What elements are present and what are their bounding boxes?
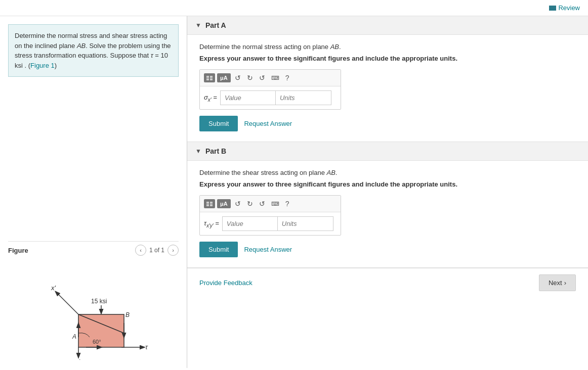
part-b-units-input[interactable] xyxy=(278,216,333,231)
part-a-instruction: Express your answer to three significant… xyxy=(199,55,576,62)
part-a-value-units-row: σx′ = xyxy=(200,86,341,109)
part-b-toolbar: μA ↺ ↻ ↺ ⌨ ? xyxy=(200,196,341,212)
part-a-description: Determine the normal stress acting on pl… xyxy=(199,43,576,51)
part-b-request-link[interactable]: Request Answer xyxy=(244,246,292,253)
figure-link[interactable]: Figure 1 xyxy=(30,62,55,69)
part-a-mu-button[interactable]: μA xyxy=(217,73,231,82)
part-b-header: ▼ Part B xyxy=(187,142,588,161)
part-b-input-area: μA ↺ ↻ ↺ ⌨ ? τx′y′ = xyxy=(199,195,341,236)
part-b-matrix-button[interactable] xyxy=(204,199,215,208)
review-label: Review xyxy=(558,4,580,12)
svg-text:A: A xyxy=(72,333,76,340)
part-a-matrix-button[interactable] xyxy=(204,73,215,82)
part-b-collapse-arrow[interactable]: ▼ xyxy=(195,148,201,155)
part-a-units-input[interactable] xyxy=(276,90,331,105)
svg-rect-8 xyxy=(78,314,124,347)
part-b-eq-label: τx′y′ = xyxy=(204,219,219,228)
part-a-redo-button[interactable]: ↻ xyxy=(245,73,255,83)
next-label: Next xyxy=(549,279,562,287)
main-layout: Determine the normal stress and shear st… xyxy=(0,16,588,368)
top-bar: Review xyxy=(0,0,588,16)
left-panel: Determine the normal stress and shear st… xyxy=(0,16,187,368)
figure-page-info: 1 of 1 xyxy=(149,247,164,254)
svg-text:x': x' xyxy=(51,284,56,292)
part-a-header: ▼ Part A xyxy=(187,16,588,35)
part-b-instruction: Express your answer to three significant… xyxy=(199,180,576,188)
review-icon xyxy=(549,6,556,11)
part-a-collapse-arrow[interactable]: ▼ xyxy=(195,22,201,29)
svg-line-0 xyxy=(56,292,78,314)
svg-text:15 ksi: 15 ksi xyxy=(91,298,107,305)
figure-title: Figure xyxy=(8,247,28,254)
part-b-value-input[interactable] xyxy=(222,216,278,231)
figure-svg: x' y' τ 15 ksi A xyxy=(33,259,154,360)
part-b-mu-button[interactable]: μA xyxy=(217,199,231,208)
part-b-title: Part B xyxy=(205,147,226,155)
part-b-value-units-row: τx′y′ = xyxy=(200,212,341,235)
part-a-title: Part A xyxy=(205,21,226,29)
part-b-refresh-button[interactable]: ↺ xyxy=(257,199,267,209)
problem-text: Determine the normal stress and shear st… xyxy=(8,24,179,77)
part-b-content: Determine the shear stress acting on pla… xyxy=(187,161,588,267)
part-a-section: ▼ Part A Determine the normal stress act… xyxy=(187,16,588,142)
part-b-action-row: Submit Request Answer xyxy=(199,242,576,257)
part-a-eq-label: σx′ = xyxy=(204,94,217,103)
part-b-section: ▼ Part B Determine the shear stress acti… xyxy=(187,142,588,268)
part-b-submit-button[interactable]: Submit xyxy=(199,242,238,257)
right-panel: ▼ Part A Determine the normal stress act… xyxy=(187,16,588,368)
part-a-value-input[interactable] xyxy=(220,90,276,105)
figure-next-button[interactable]: › xyxy=(167,245,179,256)
svg-text:y': y' xyxy=(75,358,80,360)
part-b-help-button[interactable]: ? xyxy=(283,199,291,209)
part-a-input-area: μA ↺ ↻ ↺ ⌨ ? σx′ = xyxy=(199,69,341,110)
next-chevron-icon: › xyxy=(564,279,566,287)
part-a-toolbar: μA ↺ ↻ ↺ ⌨ ? xyxy=(200,70,341,86)
part-b-description: Determine the shear stress acting on pla… xyxy=(199,169,576,176)
figure-header: Figure ‹ 1 of 1 › xyxy=(8,241,179,259)
figure-nav: ‹ 1 of 1 › xyxy=(135,245,179,256)
bottom-bar: Provide Feedback Next › xyxy=(187,268,588,297)
part-b-redo-button[interactable]: ↻ xyxy=(245,199,255,209)
next-button[interactable]: Next › xyxy=(539,274,576,291)
part-a-refresh-button[interactable]: ↺ xyxy=(257,73,267,83)
feedback-link[interactable]: Provide Feedback xyxy=(199,279,253,287)
figure-prev-button[interactable]: ‹ xyxy=(135,245,146,256)
part-a-action-row: Submit Request Answer xyxy=(199,116,576,131)
part-b-keyboard-button[interactable]: ⌨ xyxy=(269,200,281,208)
figure-canvas: x' y' τ 15 ksi A xyxy=(8,259,179,360)
svg-text:60°: 60° xyxy=(93,339,101,345)
part-b-undo-button[interactable]: ↺ xyxy=(233,199,243,209)
part-a-request-link[interactable]: Request Answer xyxy=(244,120,292,127)
review-link[interactable]: Review xyxy=(549,4,580,12)
part-a-undo-button[interactable]: ↺ xyxy=(233,73,243,83)
figure-section: Figure ‹ 1 of 1 › x' y' xyxy=(8,237,179,360)
svg-text:B: B xyxy=(125,311,130,318)
problem-text-content: Determine the normal stress and shear st… xyxy=(15,32,171,69)
part-a-submit-button[interactable]: Submit xyxy=(199,116,238,131)
part-a-help-button[interactable]: ? xyxy=(283,73,291,83)
part-a-content: Determine the normal stress acting on pl… xyxy=(187,35,588,142)
svg-text:τ: τ xyxy=(145,343,148,351)
part-a-keyboard-button[interactable]: ⌨ xyxy=(269,74,281,82)
